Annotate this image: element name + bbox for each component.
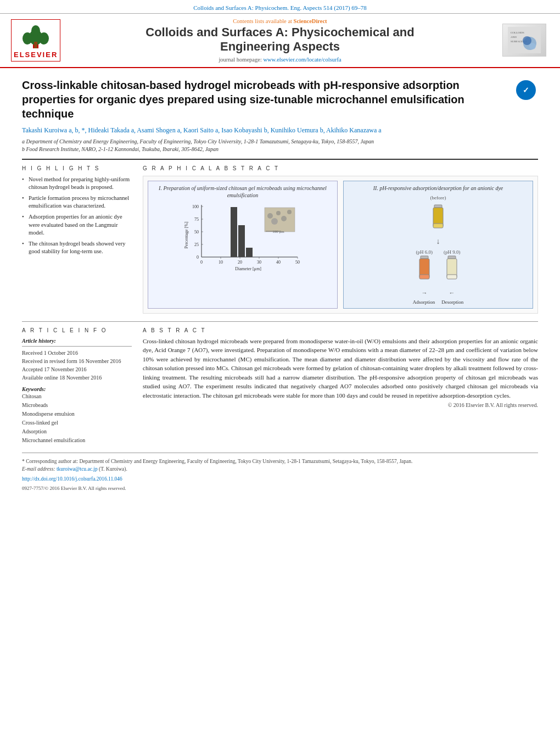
footer-doi: http://dx.doi.org/10.1016/j.colsurfa.201… — [22, 475, 538, 483]
keyword-6: Microchannel emulsification — [22, 436, 132, 445]
journal-cover-icon: COLLOIDS AND SURFACES A — [508, 27, 541, 53]
ph60-group: (pH 6.0) — [416, 249, 433, 286]
keywords-list: Chitosan Microbeads Monodisperse emulsio… — [22, 392, 132, 445]
crossmark-circle: ✓ — [516, 80, 536, 100]
svg-text:Percentage [%]: Percentage [%] — [184, 221, 189, 248]
section-divider — [22, 321, 538, 322]
svg-point-11 — [523, 36, 531, 45]
svg-rect-53 — [421, 256, 428, 259]
svg-point-12 — [529, 43, 536, 49]
svg-text:0: 0 — [200, 260, 203, 265]
svg-text:50: 50 — [295, 260, 300, 265]
affiliation-a: a Department of Chemistry and Energy Eng… — [22, 138, 538, 146]
highlights-list: Novel method for preparing highly-unifor… — [22, 176, 132, 256]
highlights-graphical-section: H I G H L I G H T S Novel method for pre… — [22, 165, 538, 314]
before-vial-row — [430, 204, 446, 234]
svg-rect-52 — [433, 224, 443, 228]
article-info-section: A R T I C L E I N F O Article history: R… — [22, 327, 538, 445]
svg-point-4 — [31, 25, 40, 36]
page: Colloids and Surfaces A: Physicochem. En… — [0, 0, 560, 742]
svg-rect-38 — [238, 225, 245, 257]
revised-date: Received in revised form 16 November 201… — [22, 357, 132, 365]
svg-text:75: 75 — [194, 217, 199, 222]
svg-rect-55 — [419, 275, 429, 279]
footer-corresponding: * Corresponding author at: Department of… — [22, 458, 538, 465]
arrow-right-adsorption: → — [416, 289, 433, 296]
ga-panel-1: I. Preparation of uniform-sized chitosan… — [148, 181, 338, 309]
adsorption-label: Adsorption — [413, 299, 435, 305]
abstract-heading: A B S T R A C T — [143, 327, 538, 333]
svg-text:100 μm: 100 μm — [272, 230, 284, 234]
svg-text:50: 50 — [194, 230, 199, 235]
journal-homepage: journal homepage: www.elsevier.com/locat… — [71, 57, 489, 63]
arrow-left-desorption: ← — [444, 289, 460, 296]
elsevier-tree-icon — [16, 22, 55, 49]
keyword-1: Chitosan — [22, 392, 132, 401]
highlights-heading: H I G H L I G H T S — [22, 165, 132, 171]
ph60-vial-svg — [416, 255, 433, 285]
svg-text:100: 100 — [192, 204, 199, 209]
svg-point-45 — [271, 218, 278, 225]
sciencedirect-link[interactable]: ScienceDirect — [294, 18, 327, 24]
affiliations: a Department of Chemistry and Energy Eng… — [22, 138, 538, 153]
keyword-4: Cross-linked gel — [22, 419, 132, 427]
svg-point-44 — [276, 211, 281, 215]
graphical-abstract-column: G R A P H I C A L A B S T R A C T I. Pre… — [143, 165, 538, 314]
svg-point-3 — [39, 32, 49, 44]
footer-issn: 0927-7757/© 2016 Elsevier B.V. All right… — [22, 486, 538, 491]
history-label: Article history: — [22, 338, 132, 344]
svg-rect-58 — [447, 275, 457, 279]
crossmark-icon: ✓ — [516, 80, 538, 102]
history-divider — [22, 346, 132, 347]
article-info-heading: A R T I C L E I N F O — [22, 327, 132, 333]
journal-homepage-link[interactable]: www.elsevier.com/locate/colsurfa — [263, 57, 341, 63]
highlight-item-4: The chitosan hydrogel beads showed very … — [22, 240, 132, 255]
svg-rect-39 — [246, 248, 253, 257]
abstract-text: Cross-linked chitosan hydrogel microbead… — [143, 337, 538, 400]
article-title-row: Cross-linkable chitosan-based hydrogel m… — [22, 78, 538, 121]
svg-text:30: 30 — [257, 260, 261, 265]
ph90-label: (pH 9.0) — [444, 249, 461, 255]
journal-cover-image: COLLOIDS AND SURFACES A — [502, 24, 546, 57]
article-info-left: A R T I C L E I N F O Article history: R… — [22, 327, 132, 445]
keyword-3: Monodisperse emulsion — [22, 410, 132, 419]
highlight-item-1: Novel method for preparing highly-unifor… — [22, 176, 132, 191]
svg-text:20: 20 — [238, 260, 242, 265]
crossmark-svg: ✓ — [518, 82, 534, 98]
ph-vials-row: (pH 6.0) (pH 9.0) — [416, 249, 461, 286]
ga-panel-2: II. pH-responsive adsorption/desorption … — [343, 181, 533, 309]
journal-main-title: Colloids and Surfaces A: Physicochemical… — [71, 25, 489, 54]
ph90-vial-svg — [444, 255, 460, 285]
highlight-item-3: Adsorption properties for an anionic dye… — [22, 213, 132, 237]
svg-text:COLLOIDS: COLLOIDS — [511, 31, 524, 34]
adsorption-desorption-labels: Adsorption Desorption — [413, 299, 464, 305]
svg-text:10: 10 — [219, 260, 223, 265]
ph60-label: (pH 6.0) — [416, 249, 433, 255]
before-label: (before) — [430, 195, 446, 200]
before-vial-svg — [430, 204, 446, 234]
journal-top-bar: Colloids and Surfaces A: Physicochem. En… — [0, 0, 560, 14]
svg-text:✓: ✓ — [523, 86, 529, 94]
svg-text:40: 40 — [276, 260, 281, 265]
arrow-down-1: ↓ — [436, 237, 440, 246]
ga-chart: 0 25 50 75 100 0 — [152, 202, 334, 268]
authors: Takashi Kuroiwa a, b, *, Hideaki Takada … — [22, 126, 538, 135]
accepted-date: Accepted 17 November 2016 — [22, 365, 132, 373]
ph90-group: (pH 9.0) — [444, 249, 461, 286]
svg-text:0: 0 — [197, 255, 199, 260]
keyword-5: Adsorption — [22, 427, 132, 436]
elsevier-logo-left: ELSEVIER — [11, 19, 60, 62]
ga-panel-1-title: I. Preparation of uniform-sized chitosan… — [152, 185, 334, 199]
article-content: Cross-linkable chitosan-based hydrogel m… — [0, 68, 560, 496]
graphical-abstract-panels: I. Preparation of uniform-sized chitosan… — [143, 176, 538, 314]
svg-rect-56 — [448, 256, 456, 259]
science-direct-label: Contents lists available at ScienceDirec… — [71, 18, 489, 24]
svg-point-43 — [267, 213, 273, 219]
title-divider — [22, 159, 538, 160]
elsevier-header: ELSEVIER Contents lists available at Sci… — [0, 14, 560, 68]
article-title: Cross-linkable chitosan-based hydrogel m… — [22, 78, 511, 121]
ga-panel-2-title: II. pH-responsive adsorption/desorption … — [347, 185, 529, 192]
footer-doi-link[interactable]: http://dx.doi.org/10.1016/j.colsurfa.201… — [22, 476, 122, 482]
affiliation-b: b Food Research Institute, NARO, 2-1-12 … — [22, 146, 538, 153]
footer-email-link[interactable]: tkuroiwa@tcu.ac.jp — [57, 466, 98, 472]
